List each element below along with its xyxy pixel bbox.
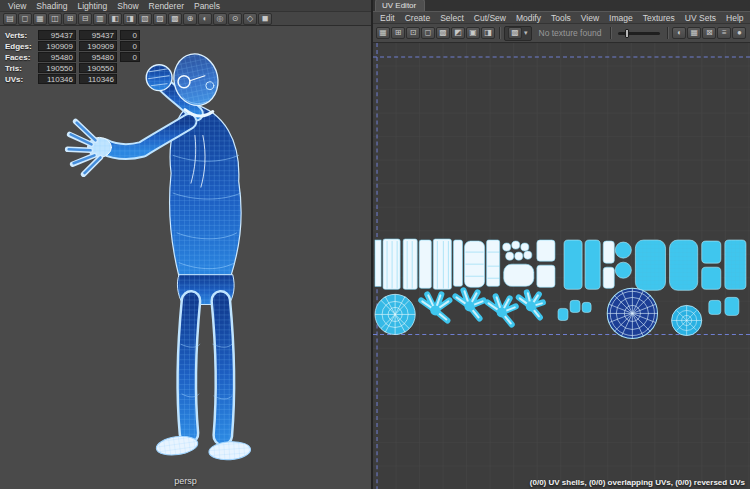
- shadows-icon[interactable]: ◐: [198, 13, 212, 25]
- viewport-menu-item[interactable]: Lighting: [72, 0, 112, 12]
- xray-icon[interactable]: ◼: [258, 13, 272, 25]
- uv-menu-item[interactable]: Modify: [511, 12, 546, 24]
- uv-menu-item[interactable]: Textures: [638, 12, 680, 24]
- select-camera-icon[interactable]: ▤: [3, 13, 17, 25]
- viewport-menu-item[interactable]: Panels: [189, 0, 225, 12]
- safe-action-icon[interactable]: ◧: [108, 13, 122, 25]
- hud-label: Edges:: [5, 42, 35, 51]
- viewport-menu-item[interactable]: Show: [112, 0, 143, 12]
- hud-row: Edges: 190909 190909 0: [5, 41, 140, 51]
- hud-value: 95480: [38, 52, 76, 62]
- hud-value: 95437: [38, 30, 76, 40]
- hud-row: Faces: 95480 95480 0: [5, 52, 140, 62]
- uv-shells-cyan-wire: [635, 240, 746, 290]
- uv-menu-item[interactable]: Cut/Sew: [469, 12, 511, 24]
- hud-value: 0: [120, 41, 140, 51]
- viewport-canvas[interactable]: Verts: 95437 95437 0 Edges: 190909 19090…: [0, 26, 371, 489]
- filtered-texture-icon[interactable]: ◨: [481, 27, 495, 39]
- use-all-lights-icon[interactable]: ⊕: [183, 13, 197, 25]
- isolate-select-icon[interactable]: ◇: [243, 13, 257, 25]
- uv-toolbar-left-icons: ▦⊞⊡◻▩◩▣◨: [376, 27, 495, 39]
- display-options-icon[interactable]: ≡: [717, 27, 731, 39]
- uv-editor-toolbar: ▦⊞⊡◻▩◩▣◨ ▩ ▾ No texture found ◐▦⊠≡●: [373, 24, 750, 43]
- texture-selector-dropdown[interactable]: ▩ ▾: [504, 26, 532, 41]
- texture-status-label: No texture found: [534, 28, 607, 38]
- uv-menu-item[interactable]: Image: [604, 12, 638, 24]
- uv-menu-item[interactable]: Create: [400, 12, 436, 24]
- hud-value: 95480: [79, 52, 117, 62]
- uv-toolbar-right-icons: ◐▦⊠≡●: [672, 27, 746, 39]
- hud-value: 0: [120, 52, 140, 62]
- grid-icon[interactable]: ▦: [33, 13, 47, 25]
- toolbar-separator: [499, 27, 500, 39]
- viewport-menu-item[interactable]: Shading: [31, 0, 72, 12]
- film-gate-icon[interactable]: ◫: [48, 13, 62, 25]
- hud-row: UVs: 110346 110346: [5, 74, 140, 84]
- camera-label: persp: [174, 476, 197, 486]
- safe-title-icon[interactable]: ◨: [123, 13, 137, 25]
- hud-value: 190550: [38, 63, 76, 73]
- field-chart-icon[interactable]: ▥: [93, 13, 107, 25]
- viewport-icon-toolbar: ▤◻▦◫⊞⊟▥◧◨▧▨▩⊕◐◎⊙◇◼: [0, 12, 371, 26]
- shell-border-icon[interactable]: ◻: [421, 27, 435, 39]
- uv-menu-item[interactable]: Tools: [546, 12, 576, 24]
- viewport-menubar: ViewShadingLightingShowRendererPanels: [0, 0, 371, 12]
- snap-to-grid-icon[interactable]: ⊞: [391, 27, 405, 39]
- hud-label: UVs:: [5, 75, 35, 84]
- uv-grid-icon[interactable]: ▦: [376, 27, 390, 39]
- distortion-shader-icon[interactable]: ◩: [451, 27, 465, 39]
- hud-row: Tris: 190550 190550: [5, 63, 140, 73]
- shaded-icon[interactable]: ▨: [153, 13, 167, 25]
- uv-menu-item[interactable]: Help: [721, 12, 748, 24]
- uv-statistics-status: (0/0) UV shells, (0/0) overlapping UVs, …: [530, 478, 745, 487]
- baked-texture-icon[interactable]: ●: [732, 27, 746, 39]
- anti-alias-icon[interactable]: ⊙: [228, 13, 242, 25]
- uv-canvas[interactable]: (0/0) UV shells, (0/0) overlapping UVs, …: [373, 43, 750, 489]
- uv-shell-layout: [373, 43, 750, 489]
- uv-editor-panel: UV Editor EditCreateSelectCut/SewModifyT…: [373, 0, 750, 489]
- hud-row: Verts: 95437 95437 0: [5, 30, 140, 40]
- slider-knob[interactable]: [625, 29, 629, 38]
- uv-menu-item[interactable]: Edit: [375, 12, 400, 24]
- texture-swatch-icon: ▩: [508, 27, 522, 39]
- viewport-menu-item[interactable]: Renderer: [144, 0, 189, 12]
- uv-shell-wheel-small: [672, 305, 702, 335]
- texture-image-icon[interactable]: ▣: [466, 27, 480, 39]
- perspective-viewport-panel: ViewShadingLightingShowRendererPanels ▤◻…: [0, 0, 373, 489]
- pixel-snap-icon[interactable]: ⊡: [406, 27, 420, 39]
- hud-value: 95437: [79, 30, 117, 40]
- gate-mask-icon[interactable]: ⊟: [78, 13, 92, 25]
- hud-value: 110346: [38, 74, 76, 84]
- hud-label: Tris:: [5, 64, 35, 73]
- uv-shell-head-disc: [375, 294, 415, 334]
- uv-menu-item[interactable]: View: [576, 12, 604, 24]
- dim-image-icon[interactable]: ◐: [672, 27, 686, 39]
- poly-count-hud: Verts: 95437 95437 0 Edges: 190909 19090…: [5, 30, 140, 85]
- image-dim-slider[interactable]: [618, 32, 660, 35]
- ambient-occlusion-icon[interactable]: ◎: [213, 13, 227, 25]
- wireframe-icon[interactable]: ▧: [138, 13, 152, 25]
- uv-menu-item[interactable]: Select: [435, 12, 469, 24]
- viewport-menu-item[interactable]: View: [3, 0, 31, 12]
- toolbar-separator: [667, 27, 668, 39]
- maya-workspace: ViewShadingLightingShowRendererPanels ▤◻…: [0, 0, 750, 489]
- wireframe-character-model: [0, 26, 371, 487]
- toolbar-separator: [610, 27, 611, 39]
- chevron-down-icon: ▾: [524, 29, 528, 37]
- frame-all-icon[interactable]: ⊠: [702, 27, 716, 39]
- resolution-gate-icon[interactable]: ⊞: [63, 13, 77, 25]
- uv-editor-tab[interactable]: UV Editor: [375, 0, 425, 11]
- checker-map-icon[interactable]: ▩: [436, 27, 450, 39]
- textured-icon[interactable]: ▩: [168, 13, 182, 25]
- lock-camera-icon[interactable]: ◻: [18, 13, 32, 25]
- uv-editor-menubar: EditCreateSelectCut/SewModifyToolsViewIm…: [373, 12, 750, 24]
- uv-menu-item[interactable]: UV Sets: [680, 12, 721, 24]
- uv-editor-tabbar: UV Editor: [373, 0, 750, 12]
- hud-value: 190909: [38, 41, 76, 51]
- uv-shell-wheel-large: [607, 288, 657, 338]
- hud-label: Verts:: [5, 31, 35, 40]
- hud-value: 190550: [79, 63, 117, 73]
- view-transform-icon[interactable]: ▦: [687, 27, 701, 39]
- hud-value: 190909: [79, 41, 117, 51]
- hud-label: Faces:: [5, 53, 35, 62]
